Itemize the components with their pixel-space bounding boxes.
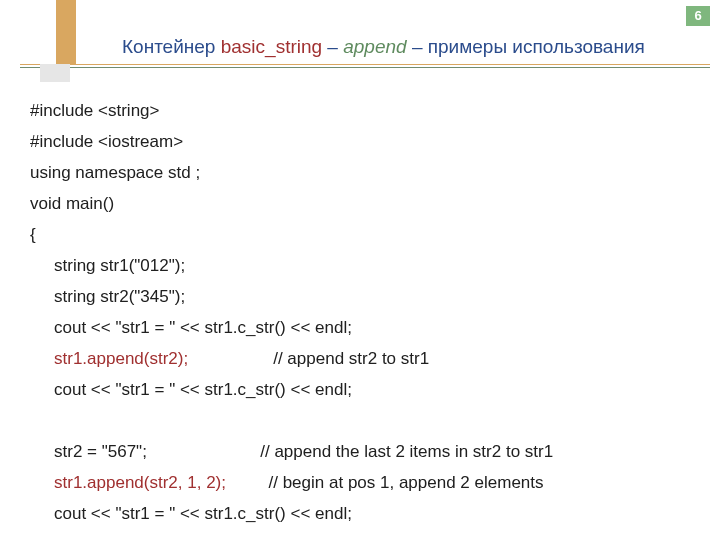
code-line: #include <iostream> [30,126,696,157]
slide-title: Контейнер basic_string – append – пример… [122,34,690,60]
title-part-method: append [343,36,406,57]
title-rule-bottom [20,67,710,68]
title-part-sep1: – [322,36,343,57]
code-line: using namespace std ; [30,157,696,188]
code-line: str2 = "567"; // append the last 2 items… [30,436,696,467]
code-line: str1.append(str2, 1, 2); // begin at pos… [30,467,696,498]
code-line: cout << "str1 = " << str1.c_str() << end… [30,312,696,343]
code-line: #include <string> [30,95,696,126]
slide: 6 Контейнер basic_string – append – прим… [0,0,720,540]
code-highlight: str1.append(str2); [54,349,188,368]
code-line: void main() [30,188,696,219]
title-rule-top [20,64,710,65]
code-blank-line [30,405,696,436]
code-line: cout << "str1 = " << str1.c_str() << end… [30,374,696,405]
page-number-badge: 6 [686,6,710,26]
code-line: { [30,219,696,250]
code-highlight: str1.append(str2, 1, 2); [54,473,226,492]
code-line: string str2("345"); [30,281,696,312]
code-comment: // begin at pos 1, append 2 elements [226,473,544,492]
decor-gray-block [40,64,70,82]
title-part-class: basic_string [221,36,322,57]
code-line: str1.append(str2); // append str2 to str… [30,343,696,374]
decor-vertical-bar [56,0,76,64]
code-line: string str1("012"); [30,250,696,281]
title-part-container: Контейнер [122,36,221,57]
code-block: #include <string> #include <iostream> us… [30,95,696,529]
code-comment: // append str2 to str1 [188,349,429,368]
code-line: cout << "str1 = " << str1.c_str() << end… [30,498,696,529]
title-part-rest: – примеры использования [407,36,645,57]
